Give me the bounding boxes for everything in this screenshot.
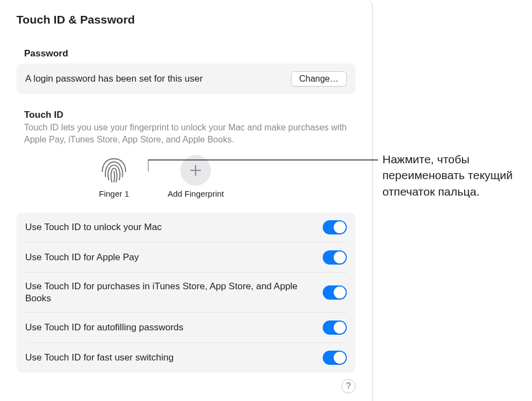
toggle-list: Use Touch ID to unlock your Mac Use Touc… [16,213,356,373]
page-title: Touch ID & Password [16,13,356,26]
toggle-switch-unlock-mac[interactable] [323,220,347,234]
toggle-label: Use Touch ID for purchases in iTunes Sto… [25,280,299,305]
help-wrap: ? [16,379,356,393]
touchid-title: Touch ID [24,110,356,121]
password-status-text: A login password has been set for this u… [25,73,203,84]
toggle-label: Use Touch ID for fast user switching [25,352,174,364]
fingerprint-label[interactable]: Finger 1 [99,189,129,198]
toggle-row-autofill: Use Touch ID for autofilling passwords [25,313,347,343]
password-section-label: Password [24,48,356,59]
touchid-header: Touch ID Touch ID lets you use your fing… [24,110,356,145]
change-password-button[interactable]: Change… [291,71,347,87]
fingerprint-icon [99,155,129,186]
toggle-row-unlock-mac: Use Touch ID to unlock your Mac [25,213,347,243]
password-card: A login password has been set for this u… [16,64,356,94]
toggle-switch-fast-user-switching[interactable] [323,351,347,365]
plus-icon [180,155,211,186]
toggle-label: Use Touch ID to unlock your Mac [25,221,162,233]
add-fingerprint-label: Add Fingerprint [168,189,224,198]
touchid-description: Touch ID lets you use your fingerprint t… [24,122,353,145]
toggle-switch-autofill[interactable] [323,320,347,335]
fingerprint-item-finger1[interactable]: Finger 1 [99,155,129,198]
toggle-row-purchases: Use Touch ID for purchases in iTunes Sto… [25,273,347,313]
settings-panel: Touch ID & Password Password A login pas… [0,0,373,401]
toggle-label: Use Touch ID for Apple Pay [25,251,139,263]
fingerprint-item-add[interactable]: Add Fingerprint [168,155,224,198]
callout-text: Нажмите, чтобы переименовать текущий отп… [382,151,522,199]
toggle-label: Use Touch ID for autofilling passwords [25,322,184,334]
toggle-row-fast-user-switching: Use Touch ID for fast user switching [25,343,347,373]
fingerprints-row: Finger 1 Add Fingerprint [99,155,356,198]
toggle-switch-purchases[interactable] [323,285,347,300]
toggle-row-apple-pay: Use Touch ID for Apple Pay [25,243,347,273]
toggle-switch-apple-pay[interactable] [323,250,347,265]
help-button[interactable]: ? [341,379,356,393]
